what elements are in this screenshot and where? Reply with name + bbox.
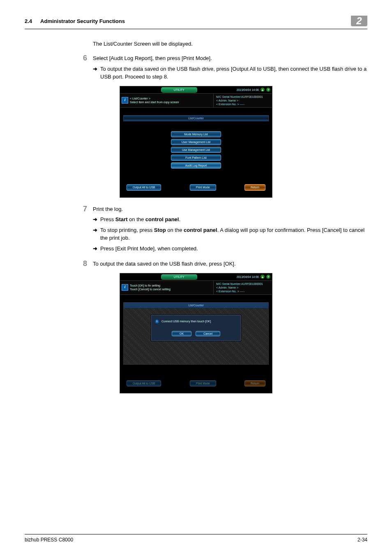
help-icon[interactable]: ? xyxy=(266,88,270,92)
return-button[interactable]: Return xyxy=(244,380,265,386)
info-icon: i xyxy=(122,284,128,291)
substep-text: To stop printing, press Stop on the cont… xyxy=(100,226,367,242)
use-management-list-button[interactable]: Use Management List xyxy=(171,147,221,153)
output-all-to-usb-button[interactable]: Output All to USB xyxy=(127,380,161,386)
info-line2: Touch [Cancel] to cancel setting xyxy=(130,287,171,291)
step-6: 6 Select [Audit Log Report], then press … xyxy=(93,54,367,81)
chapter-badge: 2 xyxy=(351,16,367,26)
info-icon: i xyxy=(122,97,128,104)
font-pattern-list-button[interactable]: Font Pattern List xyxy=(171,155,221,161)
admin-label: < Admin. Name > xyxy=(216,286,270,289)
page-number: 2-34 xyxy=(357,537,367,543)
print-mode-button[interactable]: Print Mode xyxy=(190,380,216,386)
ext-value: ----- xyxy=(240,290,245,293)
info-title: < List/Counter > xyxy=(130,97,179,100)
up-icon[interactable]: ▲ xyxy=(261,275,265,279)
arrow-icon: ➜ xyxy=(93,65,100,81)
output-all-to-usb-button[interactable]: Output All to USB xyxy=(127,184,161,190)
ext-label: < Extension No. > xyxy=(216,290,239,293)
utility-tab[interactable]: UTILITY xyxy=(161,274,197,280)
product-name: bizhub PRESS C8000 xyxy=(25,537,73,543)
info-text: Select item and start from copy screen xyxy=(130,100,179,104)
audit-log-report-button[interactable]: Audit Log Report xyxy=(171,162,221,169)
help-icon[interactable]: ? xyxy=(266,275,270,279)
step-7: 7 Print the log. ➜ Press Start on the co… xyxy=(93,205,367,253)
ext-value: ----- xyxy=(240,103,245,106)
intro-text: The List/Counter Screen will be displaye… xyxy=(93,41,367,47)
step-number: 8 xyxy=(76,260,87,268)
admin-label: < Admin. Name > xyxy=(216,99,270,102)
screenshot-list-counter: UTILITY 2013/04/04 14:00 ▲ ? i < List/Co… xyxy=(120,86,272,198)
step-number: 6 xyxy=(76,54,87,81)
arrow-icon: ➜ xyxy=(93,245,100,253)
mode-memory-list-button[interactable]: Mode Memory List xyxy=(171,131,221,137)
info-icon: i xyxy=(155,319,159,324)
arrow-icon: ➜ xyxy=(93,215,100,224)
arrow-icon: ➜ xyxy=(93,226,100,242)
print-mode-button[interactable]: Print Mode xyxy=(190,184,216,190)
ok-button[interactable]: OK xyxy=(172,331,191,336)
section-number: 2.4 xyxy=(25,18,32,24)
cancel-button[interactable]: Cancel xyxy=(196,331,220,336)
section-heading: List/Counter xyxy=(124,303,268,308)
step-text: Select [Audit Log Report], then press [P… xyxy=(93,54,367,62)
dialog-message: Connect USB memory then touch [OK] xyxy=(161,319,211,323)
substep-text: Press Start on the control panel. xyxy=(100,215,367,224)
user-management-list-button[interactable]: User Management List xyxy=(171,139,221,145)
page-header: 2.4 Administrator Security Functions 2 xyxy=(25,16,367,29)
serial-value: A1RF001000001 xyxy=(241,95,263,98)
section-title: Administrator Security Functions xyxy=(40,18,125,24)
datetime-text: 2013/04/04 14:00 xyxy=(237,88,259,92)
step-text: Print the log. xyxy=(93,205,367,213)
usb-dialog: i Connect USB memory then touch [OK] OK … xyxy=(151,315,241,341)
serial-value: A1RF001000001 xyxy=(241,282,263,285)
screenshot-usb-dialog: UTILITY 2013/04/04 14:00 ▲ ? i Touch [OK… xyxy=(120,273,272,393)
step-8: 8 To output the data saved on the USB fl… xyxy=(93,260,367,268)
serial-label: M/C Serial Number xyxy=(216,95,241,98)
ext-label: < Extension No. > xyxy=(216,103,239,106)
substep-text: To output the data saved on the USB flas… xyxy=(100,65,367,81)
page-footer: bizhub PRESS C8000 2-34 xyxy=(25,534,367,543)
section-heading: List/Counter xyxy=(123,115,269,121)
return-button[interactable]: Return xyxy=(244,184,265,190)
info-line1: Touch [OK] to fix setting xyxy=(130,284,171,287)
substep-text: Press [Exit Print Mode], when completed. xyxy=(100,245,367,253)
utility-tab[interactable]: UTILITY xyxy=(161,87,197,92)
step-text: To output the data saved on the USB flas… xyxy=(93,260,367,268)
serial-label: M/C Serial Number xyxy=(216,282,241,285)
datetime-text: 2013/04/04 14:00 xyxy=(237,275,259,279)
step-number: 7 xyxy=(76,205,87,253)
up-icon[interactable]: ▲ xyxy=(261,88,265,92)
